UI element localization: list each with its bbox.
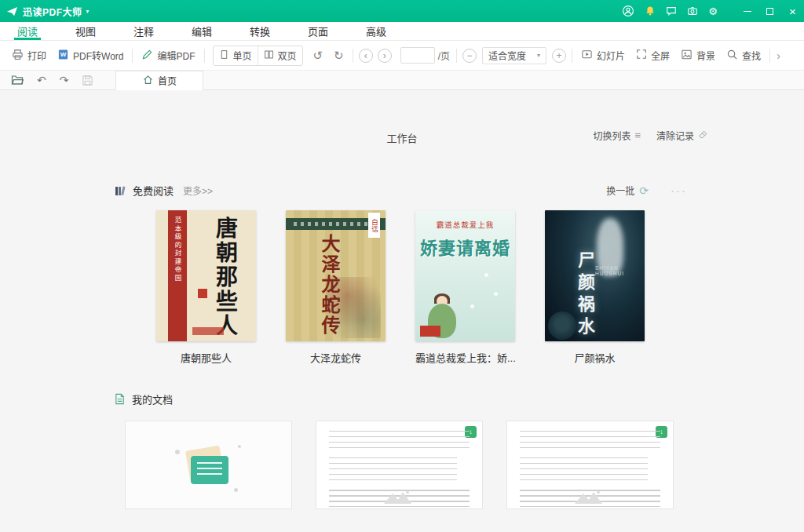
rotate-left-icon[interactable]: ↺	[308, 49, 329, 61]
text-lines	[520, 457, 648, 484]
zoom-in-button[interactable]: +	[552, 49, 566, 63]
maximize-button[interactable]	[758, 0, 781, 22]
screenshot-camera-icon[interactable]	[687, 5, 698, 16]
search-icon	[726, 49, 738, 63]
book-title: 霸道总裁爱上我：娇...	[415, 350, 515, 365]
fullscreen-icon	[636, 49, 647, 62]
notification-bell-icon[interactable]	[645, 5, 656, 16]
my-documents-header: 我的文档	[114, 392, 687, 406]
toolbar: 打印 W PDF转Word 编辑PDF 单页 双页 ↺ ↻ ‹ › /页 − 适…	[0, 41, 804, 71]
slideshow-button[interactable]: 幻灯片	[576, 49, 630, 63]
zoom-out-button[interactable]: −	[462, 49, 477, 63]
user-avatar-icon[interactable]	[622, 5, 634, 17]
umbrella-illustration	[548, 312, 576, 340]
menu-tab-edit[interactable]: 编辑	[188, 22, 215, 40]
text-lines	[329, 457, 457, 484]
feedback-chat-icon[interactable]	[666, 5, 677, 16]
open-file-folder-icon[interactable]	[11, 74, 24, 86]
book-item-1[interactable]: 范本级的封建帝国 唐朝那些人 唐朝那些人	[156, 210, 256, 365]
page-number-input[interactable]	[400, 47, 435, 64]
refresh-icon: ⟳	[639, 184, 649, 197]
pencil-icon	[141, 49, 153, 63]
redo-icon[interactable]: ↷	[60, 75, 69, 86]
fullscreen-button[interactable]: 全屏	[630, 49, 675, 62]
single-page-icon	[219, 49, 229, 62]
book-title: 唐朝那些人	[156, 350, 256, 365]
tab-home[interactable]: 首页	[115, 71, 203, 90]
seal-decoration	[198, 289, 207, 298]
watermark-mountain-icon	[575, 490, 606, 507]
menu-tab-page[interactable]: 页面	[305, 22, 331, 40]
slideshow-icon	[581, 49, 593, 63]
background-button[interactable]: 背景	[675, 49, 721, 63]
menu-tab-read[interactable]: 阅读	[14, 22, 41, 40]
double-page-button[interactable]: 双页	[258, 46, 302, 65]
free-reading-title: 免费阅读	[133, 183, 174, 198]
find-button[interactable]: 查找	[721, 49, 766, 63]
edit-pdf-button[interactable]: 编辑PDF	[136, 49, 200, 63]
petal-decoration	[494, 292, 498, 296]
book-cover[interactable]: 白话 大泽龙蛇传	[286, 210, 386, 341]
page-unit-label: /页	[438, 49, 450, 62]
my-documents-title: 我的文档	[132, 392, 173, 406]
zoom-mode-select[interactable]: 适合宽度 ▾	[482, 47, 546, 64]
prev-page-button[interactable]: ‹	[359, 49, 373, 63]
single-page-button[interactable]: 单页	[214, 46, 258, 65]
save-icon[interactable]	[82, 75, 93, 86]
document-item-2[interactable]: ↓	[506, 421, 674, 509]
undo-icon[interactable]: ↶	[37, 75, 46, 86]
workbench-controls: 切换列表 ≡ 清除记录	[593, 129, 708, 142]
list-icon: ≡	[634, 129, 641, 141]
book-title: 大泽龙蛇传	[286, 350, 386, 365]
rotate-right-icon[interactable]: ↻	[328, 49, 349, 61]
menu-tab-view[interactable]: 视图	[72, 22, 99, 40]
menu-tab-convert[interactable]: 转换	[247, 22, 273, 40]
petal-decoration	[484, 273, 488, 277]
divider	[204, 49, 205, 63]
minimize-button[interactable]	[736, 0, 758, 22]
book-item-4[interactable]: 尸颜祸水 SHIYAN HUOSHUI 尸颜祸水	[545, 210, 645, 365]
more-options-icon[interactable]: ···	[671, 184, 687, 197]
switch-list-button[interactable]: 切换列表 ≡	[593, 129, 641, 142]
document-icon	[114, 393, 126, 405]
quick-actions: ↶ ↷	[11, 74, 93, 86]
menu-tab-annotate[interactable]: 注释	[130, 22, 157, 40]
text-lines	[329, 431, 470, 452]
eraser-icon	[698, 129, 708, 142]
print-button[interactable]: 打印	[6, 49, 52, 63]
book-list: 范本级的封建帝国 唐朝那些人 唐朝那些人 白话 大泽龙蛇传 大泽龙蛇传 霸道总裁…	[156, 210, 645, 365]
book-cover[interactable]: 尸颜祸水 SHIYAN HUOSHUI	[545, 210, 645, 341]
cover-badge: 白话	[368, 213, 380, 238]
more-link[interactable]: 更多>>	[183, 184, 213, 197]
book-item-2[interactable]: 白话 大泽龙蛇传 大泽龙蛇传	[286, 210, 386, 365]
app-menu-caret-icon[interactable]: ▾	[86, 8, 90, 15]
cover-decoration	[192, 327, 224, 335]
book-cover[interactable]: 霸道总裁爱上我 娇妻请离婚	[415, 210, 515, 341]
book-title: 尸颜祸水	[545, 350, 645, 365]
book-cover[interactable]: 范本级的封建帝国 唐朝那些人	[156, 210, 256, 341]
free-reading-header: 免费阅读 更多>> 换一批 ⟳ ···	[114, 183, 687, 198]
more-tools-chevron-icon[interactable]: ›	[773, 49, 782, 62]
document-item-placeholder[interactable]	[125, 421, 292, 509]
titlebar-right: ⚙ ×	[622, 0, 804, 22]
workbench-page: 工作台 切换列表 ≡ 清除记录 免费阅读 更多>> 换一批 ⟳ ···	[0, 90, 804, 532]
settings-gear-icon[interactable]: ⚙	[708, 6, 718, 16]
document-item-1[interactable]: ↓	[316, 421, 483, 509]
menu-bar: 阅读 视图 注释 编辑 转换 页面 高级	[0, 22, 804, 41]
page-mode-group: 单页 双页	[213, 46, 303, 66]
next-page-button[interactable]: ›	[378, 49, 392, 63]
book-item-3[interactable]: 霸道总裁爱上我 娇妻请离婚 霸道总裁爱上我：娇...	[415, 210, 515, 365]
divider	[132, 49, 133, 63]
pdf-to-word-button[interactable]: W PDF转Word	[52, 49, 129, 63]
divider	[353, 49, 353, 63]
divider	[456, 49, 457, 63]
text-lines	[520, 431, 660, 452]
close-button[interactable]: ×	[781, 0, 804, 22]
double-page-icon	[264, 49, 274, 62]
window-controls: ×	[736, 0, 804, 22]
books-icon	[114, 184, 126, 197]
menu-tab-advanced[interactable]: 高级	[363, 22, 389, 40]
svg-text:W: W	[60, 51, 67, 58]
clear-records-button[interactable]: 清除记录	[656, 129, 708, 142]
refresh-batch-button[interactable]: 换一批 ⟳	[606, 184, 649, 197]
